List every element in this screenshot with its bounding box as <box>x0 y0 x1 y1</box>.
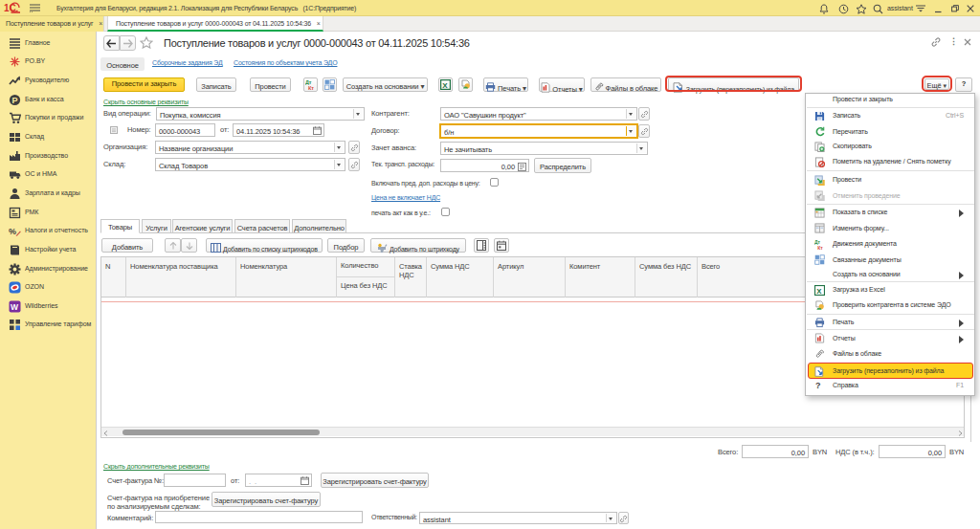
svg-text:X: X <box>442 81 448 90</box>
svg-text:X: X <box>816 286 822 295</box>
svg-text:Кт: Кт <box>308 85 314 91</box>
svg-text:W: W <box>11 302 19 312</box>
svg-text:P: P <box>12 95 18 104</box>
svg-text:%: % <box>9 227 16 236</box>
svg-text:Кт: Кт <box>817 244 823 249</box>
